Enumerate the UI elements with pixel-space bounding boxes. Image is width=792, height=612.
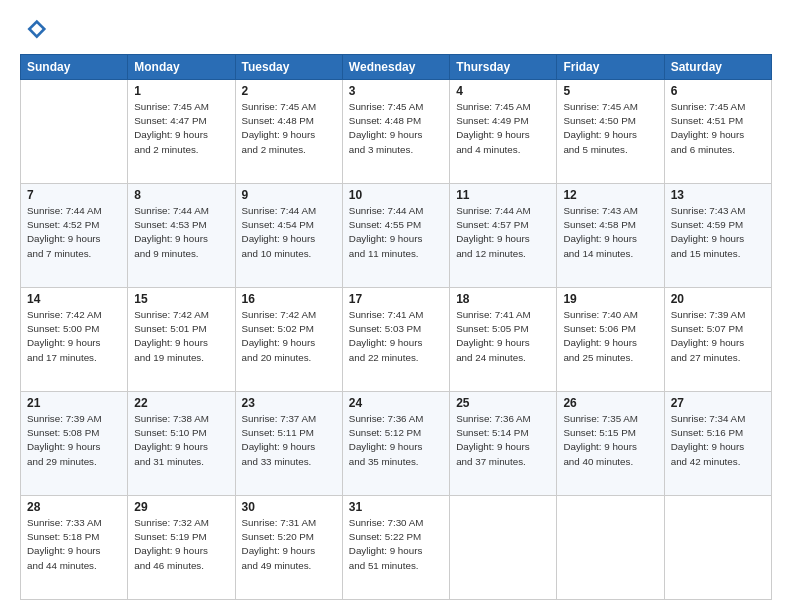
day-cell: 16Sunrise: 7:42 AMSunset: 5:02 PMDayligh… [235,288,342,392]
day-cell: 18Sunrise: 7:41 AMSunset: 5:05 PMDayligh… [450,288,557,392]
header [20,16,772,44]
day-number: 18 [456,292,550,306]
day-info: Sunrise: 7:45 AMSunset: 4:48 PMDaylight:… [242,100,336,157]
day-cell: 21Sunrise: 7:39 AMSunset: 5:08 PMDayligh… [21,392,128,496]
day-number: 5 [563,84,657,98]
day-cell: 24Sunrise: 7:36 AMSunset: 5:12 PMDayligh… [342,392,449,496]
day-cell: 5Sunrise: 7:45 AMSunset: 4:50 PMDaylight… [557,80,664,184]
day-cell [450,496,557,600]
logo [20,16,52,44]
day-cell: 20Sunrise: 7:39 AMSunset: 5:07 PMDayligh… [664,288,771,392]
day-cell: 8Sunrise: 7:44 AMSunset: 4:53 PMDaylight… [128,184,235,288]
day-number: 27 [671,396,765,410]
day-cell: 14Sunrise: 7:42 AMSunset: 5:00 PMDayligh… [21,288,128,392]
day-cell: 6Sunrise: 7:45 AMSunset: 4:51 PMDaylight… [664,80,771,184]
weekday-header-wednesday: Wednesday [342,55,449,80]
day-number: 12 [563,188,657,202]
day-info: Sunrise: 7:42 AMSunset: 5:02 PMDaylight:… [242,308,336,365]
day-number: 25 [456,396,550,410]
day-number: 2 [242,84,336,98]
day-info: Sunrise: 7:45 AMSunset: 4:49 PMDaylight:… [456,100,550,157]
week-row-3: 14Sunrise: 7:42 AMSunset: 5:00 PMDayligh… [21,288,772,392]
weekday-header-tuesday: Tuesday [235,55,342,80]
day-cell: 26Sunrise: 7:35 AMSunset: 5:15 PMDayligh… [557,392,664,496]
day-info: Sunrise: 7:45 AMSunset: 4:48 PMDaylight:… [349,100,443,157]
day-number: 14 [27,292,121,306]
day-info: Sunrise: 7:45 AMSunset: 4:51 PMDaylight:… [671,100,765,157]
day-number: 4 [456,84,550,98]
day-cell: 17Sunrise: 7:41 AMSunset: 5:03 PMDayligh… [342,288,449,392]
day-info: Sunrise: 7:30 AMSunset: 5:22 PMDaylight:… [349,516,443,573]
day-info: Sunrise: 7:45 AMSunset: 4:50 PMDaylight:… [563,100,657,157]
day-number: 26 [563,396,657,410]
day-cell: 19Sunrise: 7:40 AMSunset: 5:06 PMDayligh… [557,288,664,392]
day-cell: 2Sunrise: 7:45 AMSunset: 4:48 PMDaylight… [235,80,342,184]
day-info: Sunrise: 7:45 AMSunset: 4:47 PMDaylight:… [134,100,228,157]
day-info: Sunrise: 7:43 AMSunset: 4:58 PMDaylight:… [563,204,657,261]
day-info: Sunrise: 7:38 AMSunset: 5:10 PMDaylight:… [134,412,228,469]
day-number: 19 [563,292,657,306]
weekday-header-row: SundayMondayTuesdayWednesdayThursdayFrid… [21,55,772,80]
day-cell [21,80,128,184]
day-number: 10 [349,188,443,202]
day-info: Sunrise: 7:36 AMSunset: 5:14 PMDaylight:… [456,412,550,469]
day-number: 13 [671,188,765,202]
day-info: Sunrise: 7:33 AMSunset: 5:18 PMDaylight:… [27,516,121,573]
week-row-5: 28Sunrise: 7:33 AMSunset: 5:18 PMDayligh… [21,496,772,600]
day-number: 9 [242,188,336,202]
day-number: 16 [242,292,336,306]
weekday-header-sunday: Sunday [21,55,128,80]
day-info: Sunrise: 7:44 AMSunset: 4:57 PMDaylight:… [456,204,550,261]
day-number: 20 [671,292,765,306]
day-info: Sunrise: 7:44 AMSunset: 4:54 PMDaylight:… [242,204,336,261]
logo-icon [20,16,48,44]
day-info: Sunrise: 7:44 AMSunset: 4:55 PMDaylight:… [349,204,443,261]
day-cell [664,496,771,600]
day-number: 6 [671,84,765,98]
day-cell [557,496,664,600]
day-number: 31 [349,500,443,514]
page: SundayMondayTuesdayWednesdayThursdayFrid… [0,0,792,612]
day-info: Sunrise: 7:35 AMSunset: 5:15 PMDaylight:… [563,412,657,469]
day-cell: 22Sunrise: 7:38 AMSunset: 5:10 PMDayligh… [128,392,235,496]
day-info: Sunrise: 7:41 AMSunset: 5:03 PMDaylight:… [349,308,443,365]
weekday-header-thursday: Thursday [450,55,557,80]
day-info: Sunrise: 7:42 AMSunset: 5:01 PMDaylight:… [134,308,228,365]
day-number: 28 [27,500,121,514]
day-number: 11 [456,188,550,202]
day-cell: 13Sunrise: 7:43 AMSunset: 4:59 PMDayligh… [664,184,771,288]
day-cell: 4Sunrise: 7:45 AMSunset: 4:49 PMDaylight… [450,80,557,184]
day-cell: 10Sunrise: 7:44 AMSunset: 4:55 PMDayligh… [342,184,449,288]
day-info: Sunrise: 7:39 AMSunset: 5:08 PMDaylight:… [27,412,121,469]
day-number: 7 [27,188,121,202]
day-info: Sunrise: 7:31 AMSunset: 5:20 PMDaylight:… [242,516,336,573]
day-cell: 12Sunrise: 7:43 AMSunset: 4:58 PMDayligh… [557,184,664,288]
day-info: Sunrise: 7:36 AMSunset: 5:12 PMDaylight:… [349,412,443,469]
weekday-header-monday: Monday [128,55,235,80]
day-cell: 1Sunrise: 7:45 AMSunset: 4:47 PMDaylight… [128,80,235,184]
day-info: Sunrise: 7:43 AMSunset: 4:59 PMDaylight:… [671,204,765,261]
day-cell: 25Sunrise: 7:36 AMSunset: 5:14 PMDayligh… [450,392,557,496]
day-info: Sunrise: 7:44 AMSunset: 4:52 PMDaylight:… [27,204,121,261]
day-info: Sunrise: 7:40 AMSunset: 5:06 PMDaylight:… [563,308,657,365]
day-number: 8 [134,188,228,202]
day-cell: 28Sunrise: 7:33 AMSunset: 5:18 PMDayligh… [21,496,128,600]
day-info: Sunrise: 7:44 AMSunset: 4:53 PMDaylight:… [134,204,228,261]
day-number: 30 [242,500,336,514]
day-cell: 23Sunrise: 7:37 AMSunset: 5:11 PMDayligh… [235,392,342,496]
day-cell: 9Sunrise: 7:44 AMSunset: 4:54 PMDaylight… [235,184,342,288]
day-number: 24 [349,396,443,410]
day-info: Sunrise: 7:32 AMSunset: 5:19 PMDaylight:… [134,516,228,573]
week-row-2: 7Sunrise: 7:44 AMSunset: 4:52 PMDaylight… [21,184,772,288]
day-cell: 30Sunrise: 7:31 AMSunset: 5:20 PMDayligh… [235,496,342,600]
day-info: Sunrise: 7:42 AMSunset: 5:00 PMDaylight:… [27,308,121,365]
day-info: Sunrise: 7:41 AMSunset: 5:05 PMDaylight:… [456,308,550,365]
day-info: Sunrise: 7:34 AMSunset: 5:16 PMDaylight:… [671,412,765,469]
day-number: 23 [242,396,336,410]
day-number: 3 [349,84,443,98]
day-number: 17 [349,292,443,306]
weekday-header-saturday: Saturday [664,55,771,80]
day-cell: 15Sunrise: 7:42 AMSunset: 5:01 PMDayligh… [128,288,235,392]
day-cell: 27Sunrise: 7:34 AMSunset: 5:16 PMDayligh… [664,392,771,496]
week-row-1: 1Sunrise: 7:45 AMSunset: 4:47 PMDaylight… [21,80,772,184]
